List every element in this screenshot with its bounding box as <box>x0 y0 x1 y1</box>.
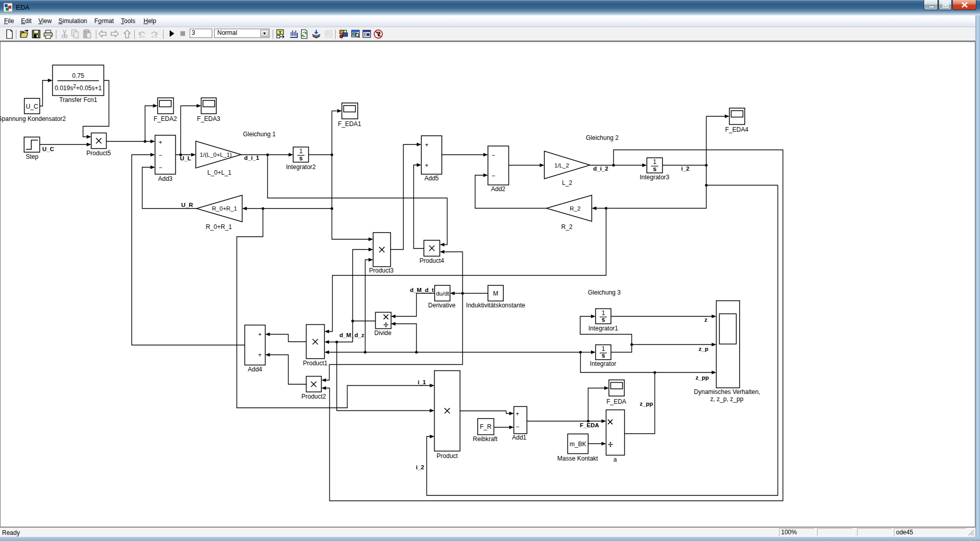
svg-text:+: + <box>258 331 261 338</box>
svg-text:0.019s2+0.05s+1: 0.019s2+0.05s+1 <box>55 84 102 92</box>
svg-text:Integrator3: Integrator3 <box>640 174 669 181</box>
svg-text:Reibkraft: Reibkraft <box>473 435 498 443</box>
svg-text:+: + <box>425 162 428 169</box>
svg-text:F_EDA2: F_EDA2 <box>154 115 177 122</box>
svg-text:Product: Product <box>437 452 458 460</box>
svg-text:z_pp: z_pp <box>640 401 653 407</box>
svg-text:+: + <box>516 410 519 418</box>
svg-text:F_R: F_R <box>480 423 492 430</box>
svg-text:F_EDA3: F_EDA3 <box>197 115 220 122</box>
svg-text:Product1: Product1 <box>303 360 328 367</box>
svg-text:1/L_2: 1/L_2 <box>555 162 569 169</box>
svg-text:U_C: U_C <box>26 103 38 110</box>
svg-text:F_EDA: F_EDA <box>606 398 626 405</box>
svg-text:Gleichung 2: Gleichung 2 <box>586 134 619 141</box>
svg-text:Add4: Add4 <box>248 366 262 373</box>
svg-text:z, z_p, z_pp: z, z_p, z_pp <box>710 396 744 403</box>
svg-text:d_i_1: d_i_1 <box>244 155 259 161</box>
svg-text:−: − <box>158 152 162 159</box>
svg-text:0.75: 0.75 <box>72 72 85 79</box>
svg-text:U_C: U_C <box>42 146 54 152</box>
svg-text:Product4: Product4 <box>419 257 444 264</box>
svg-text:i_2: i_2 <box>681 165 689 172</box>
svg-text:Induktivitätskonstante: Induktivitätskonstante <box>466 302 525 309</box>
svg-text:+: + <box>425 141 428 149</box>
svg-text:Masse Kontakt: Masse Kontakt <box>557 455 598 462</box>
svg-text:1: 1 <box>653 158 657 165</box>
svg-text:1: 1 <box>602 309 605 317</box>
svg-text:m_BK: m_BK <box>569 441 586 448</box>
svg-text:+: + <box>158 139 162 146</box>
svg-text:−: − <box>492 152 495 159</box>
svg-text:Gleichung 1: Gleichung 1 <box>243 131 276 138</box>
svg-text:Dynamisches Verhalten,: Dynamisches Verhalten, <box>694 388 760 396</box>
svg-text:i_2: i_2 <box>416 464 424 470</box>
svg-text:Divide: Divide <box>374 329 392 337</box>
svg-text:1: 1 <box>602 345 605 352</box>
svg-text:Add2: Add2 <box>491 185 505 193</box>
svg-text:+: + <box>258 351 261 359</box>
svg-text:du/dt: du/dt <box>436 290 450 297</box>
svg-text:s: s <box>602 316 605 323</box>
svg-text:z: z <box>704 317 707 323</box>
svg-text:z_pp: z_pp <box>696 374 709 381</box>
svg-text:Gleichung 3: Gleichung 3 <box>588 289 621 296</box>
svg-text:s: s <box>602 352 605 359</box>
svg-text:Product3: Product3 <box>369 267 394 274</box>
svg-text:M: M <box>493 290 498 297</box>
svg-text:s: s <box>299 155 303 162</box>
svg-text:−: − <box>158 164 162 171</box>
svg-text:a: a <box>614 456 617 463</box>
svg-text:d_i_2: d_i_2 <box>593 165 608 172</box>
svg-text:−: − <box>492 172 495 179</box>
svg-text:d_M_d_t: d_M_d_t <box>410 287 434 293</box>
svg-text:Integrator2: Integrator2 <box>286 163 316 171</box>
svg-text:Step: Step <box>26 153 38 160</box>
svg-text:Y: Y <box>278 30 281 35</box>
svg-text:Transfer Fcn1: Transfer Fcn1 <box>59 96 97 103</box>
svg-text:1: 1 <box>299 148 303 155</box>
svg-text:z_p: z_p <box>699 346 708 352</box>
svg-text:R_0+R_1: R_0+R_1 <box>212 205 237 212</box>
svg-text:1/(L_0+L_1): 1/(L_0+L_1) <box>200 152 232 158</box>
svg-text:Spannung Kondensator2: Spannung Kondensator2 <box>0 115 66 122</box>
svg-text:U_R: U_R <box>181 202 193 208</box>
svg-text:Integrator: Integrator <box>590 360 616 367</box>
svg-text:Derivative: Derivative <box>428 302 456 309</box>
svg-text:Add3: Add3 <box>158 175 172 182</box>
svg-text:R_0+R_1: R_0+R_1 <box>206 223 232 231</box>
svg-text:d_M_d_z: d_M_d_z <box>339 332 364 338</box>
svg-text:−: − <box>516 423 519 430</box>
svg-text:F_EDA1: F_EDA1 <box>338 120 361 128</box>
svg-text:Product2: Product2 <box>301 393 326 400</box>
svg-text:F_EDA4: F_EDA4 <box>725 126 749 133</box>
svg-text:U_L: U_L <box>180 155 191 161</box>
svg-text:R_2: R_2 <box>569 205 580 212</box>
svg-text:Integrator1: Integrator1 <box>588 325 618 332</box>
svg-text:F_EDA: F_EDA <box>580 422 599 428</box>
svg-text:Add1: Add1 <box>512 434 526 441</box>
svg-text:L_2: L_2 <box>562 179 572 186</box>
svg-text:i_1: i_1 <box>418 379 426 385</box>
svg-text:Add5: Add5 <box>424 175 439 182</box>
svg-text:R_2: R_2 <box>561 223 573 231</box>
svg-text:Product5: Product5 <box>86 150 111 157</box>
svg-text:s: s <box>653 165 657 173</box>
svg-text:L_0+L_1: L_0+L_1 <box>207 169 231 176</box>
